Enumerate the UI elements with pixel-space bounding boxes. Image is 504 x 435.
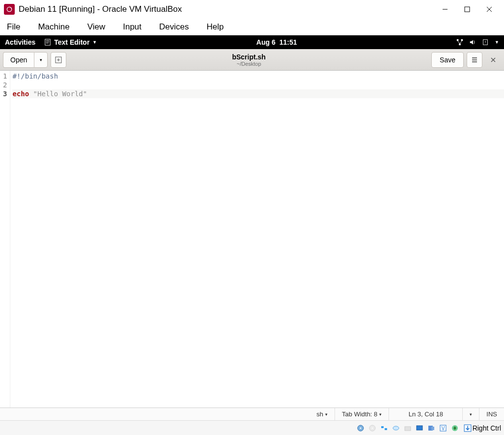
vbox-menubar: File Machine View Input Devices Help [0,19,504,35]
menu-input[interactable]: Input [120,20,144,34]
cursor-mode-dropdown[interactable]: ▾ [462,408,479,420]
hamburger-icon [471,56,478,63]
menu-view[interactable]: View [84,20,109,34]
shared-folder-icon[interactable] [403,423,413,433]
open-dropdown-button[interactable]: ▾ [34,52,48,68]
insert-mode[interactable]: INS [479,408,504,420]
chevron-down-icon: ▾ [379,412,382,417]
chevron-down-icon: ▼ [495,40,499,45]
svg-text:V: V [441,426,445,431]
svg-rect-34 [431,427,434,430]
activities-button[interactable]: Activities [5,38,35,46]
guest-additions-icon[interactable]: V [438,423,448,433]
svg-rect-10 [461,39,463,41]
svg-rect-32 [417,426,422,430]
vbox-statusbar: V Right Ctrl [0,420,504,435]
gedit-close-button[interactable] [485,52,501,68]
close-icon [490,57,496,63]
menu-help[interactable]: Help [204,20,227,34]
tab-width-selector[interactable]: Tab Width: 8▾ [335,408,389,420]
document-path: ~/Desktop [66,61,431,67]
display-icon[interactable] [415,423,424,433]
vbox-titlebar: Debian 11 [Running] - Oracle VM VirtualB… [0,0,504,19]
active-app-indicator[interactable]: Text Editor ▼ [44,38,97,46]
svg-line-13 [460,41,462,43]
volume-icon [469,39,476,46]
host-key-indicator[interactable]: Right Ctrl [464,424,501,432]
active-app-name: Text Editor [54,38,89,46]
svg-point-27 [371,427,373,429]
chevron-down-icon: ▾ [470,412,472,417]
close-button[interactable] [478,2,500,17]
chevron-down-icon: ▾ [40,57,42,62]
svg-rect-5 [45,39,51,45]
new-tab-button[interactable] [51,52,66,68]
chevron-down-icon: ▾ [325,412,328,417]
power-icon [482,39,489,46]
vbox-window-title: Debian 11 [Running] - Oracle VM VirtualB… [19,4,434,14]
hard-disk-icon[interactable] [356,423,365,433]
svg-point-30 [393,426,399,430]
new-document-icon [55,56,62,64]
arrow-down-icon [464,424,472,432]
svg-rect-2 [465,7,470,12]
minimize-button[interactable] [434,2,456,17]
debian-icon [4,4,15,15]
hamburger-menu-button[interactable] [467,52,482,68]
system-tray[interactable]: ▼ [456,39,499,46]
panel-time: 11:51 [280,38,297,46]
panel-date: Aug 6 [256,38,276,46]
svg-point-25 [360,427,361,429]
svg-rect-29 [385,428,387,430]
chevron-down-icon: ▼ [92,40,97,45]
svg-rect-9 [457,39,459,41]
open-button[interactable]: Open [3,52,34,68]
menu-devices[interactable]: Devices [156,20,192,34]
gnome-top-panel: Activities Text Editor ▼ Aug 6 11:51 ▼ [0,35,504,49]
text-editor-icon [44,39,51,46]
clock-area[interactable]: Aug 6 11:51 [97,38,456,46]
svg-rect-11 [459,44,461,46]
line-number-gutter: 123 [0,71,10,408]
language-selector[interactable]: sh▾ [309,408,335,420]
menu-machine[interactable]: Machine [35,20,72,34]
document-filename: bScript.sh [66,53,431,61]
optical-drive-icon[interactable] [367,423,377,433]
editor-area[interactable]: 123 #!/bin/bashecho "Hello World" [0,71,504,408]
maximize-button[interactable] [456,2,478,17]
svg-rect-31 [405,427,411,431]
menu-file[interactable]: File [4,20,23,34]
recording-icon[interactable] [426,423,436,433]
gedit-title-area: bScript.sh ~/Desktop [66,53,431,67]
gedit-headerbar: Open ▾ bScript.sh ~/Desktop Save [0,49,504,71]
cursor-position: Ln 3, Col 18 [389,408,462,420]
network-adapter-icon[interactable] [379,423,389,433]
svg-rect-28 [381,426,384,428]
usb-icon[interactable] [391,423,401,433]
save-button[interactable]: Save [431,52,464,68]
gedit-statusbar: sh▾ Tab Width: 8▾ Ln 3, Col 18 ▾ INS [0,408,504,420]
mouse-integration-icon[interactable] [450,423,460,433]
svg-line-12 [458,41,460,43]
network-icon [456,39,463,46]
code-content[interactable]: #!/bin/bashecho "Hello World" [10,71,504,408]
